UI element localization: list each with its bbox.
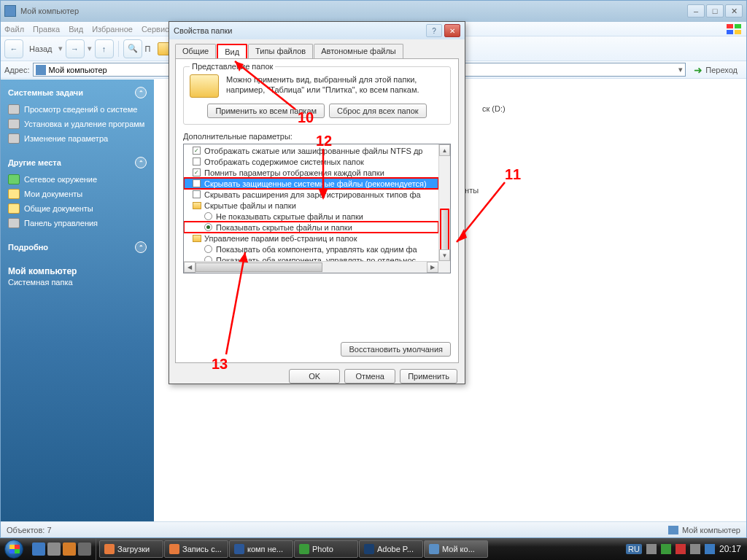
folder-icon — [8, 189, 20, 199]
go-label: Переход — [705, 66, 738, 74]
checkbox-icon[interactable] — [193, 179, 201, 187]
apply-button[interactable]: Применить — [400, 369, 457, 384]
checkbox-icon[interactable] — [193, 190, 201, 198]
list-folder-item[interactable]: Управление парами веб-страниц и папок — [184, 233, 438, 244]
list-item[interactable]: ✓Отображать сжатые или зашифрованные фай… — [184, 145, 438, 156]
quick-launch-ie-icon[interactable] — [32, 542, 45, 556]
clock[interactable]: 20:17 — [719, 544, 741, 554]
menu-favorites[interactable]: Избранное — [92, 25, 133, 34]
address-dropdown[interactable]: ▾ — [678, 65, 683, 74]
sidebar-item-control-panel[interactable]: Панель управления — [8, 218, 147, 228]
computer-icon — [668, 526, 678, 534]
task-button[interactable]: Adobe P... — [359, 540, 423, 558]
firefox-icon — [104, 544, 115, 554]
tray-icon[interactable] — [646, 544, 657, 554]
list-item[interactable]: Отображать содержимое системных папок — [184, 156, 438, 167]
checkbox-icon[interactable]: ✓ — [193, 168, 201, 176]
forward-button[interactable]: → — [66, 39, 85, 58]
folder-views-group: Представление папок Можно применить вид,… — [183, 66, 451, 125]
task-button[interactable]: Запись с... — [164, 540, 228, 558]
sidebar-item-network[interactable]: Сетевое окружение — [8, 174, 147, 184]
horizontal-scrollbar[interactable]: ◀ ▶ — [184, 261, 438, 273]
cancel-button[interactable]: Отмена — [344, 369, 395, 384]
tray-icon[interactable] — [661, 544, 671, 554]
go-button[interactable]: ➜ Переход — [689, 63, 743, 77]
start-button[interactable] — [0, 538, 28, 560]
sidebar-item-add-remove[interactable]: Установка и удаление программ — [8, 119, 147, 129]
tray-icon[interactable] — [705, 544, 715, 554]
radio-icon[interactable] — [204, 223, 212, 231]
radio-icon[interactable] — [204, 256, 212, 261]
menu-view[interactable]: Вид — [69, 25, 83, 34]
task-button[interactable]: Photo — [294, 540, 358, 558]
scroll-down-button[interactable]: ▼ — [439, 249, 450, 261]
scroll-right-button[interactable]: ▶ — [427, 262, 438, 273]
back-button[interactable]: ← — [4, 39, 23, 58]
photo-icon — [299, 544, 309, 554]
checkbox-icon[interactable]: ✓ — [193, 147, 201, 155]
list-folder-item[interactable]: Скрытые файлы и папки — [184, 200, 438, 211]
scroll-thumb[interactable] — [440, 209, 449, 252]
tray-icon[interactable] — [676, 544, 686, 554]
side-panel: Системные задачи⌃ Просмотр сведений о си… — [1, 79, 154, 521]
list-item[interactable]: ✓Помнить параметры отображения каждой па… — [184, 167, 438, 178]
menu-edit[interactable]: Правка — [33, 25, 60, 34]
group-text-2: например, "Таблица" или "Плитка", ко все… — [226, 85, 419, 95]
sidebar-item-my-documents[interactable]: Мои документы — [8, 189, 147, 199]
list-item-show-hidden[interactable]: Показывать скрытые файлы и папки — [184, 222, 438, 233]
drive-item[interactable]: ск (D:) — [482, 104, 506, 113]
tab-view[interactable]: Вид — [217, 44, 247, 58]
restore-defaults-button[interactable]: Восстановить умолчания — [341, 342, 451, 357]
help-button[interactable]: ? — [426, 24, 442, 37]
menu-file[interactable]: Файл — [4, 25, 24, 34]
quick-launch-media-icon[interactable] — [63, 542, 76, 556]
list-item-hide-protected[interactable]: Скрывать защищенные системные файлы (рек… — [184, 178, 438, 189]
checkbox-icon[interactable] — [193, 158, 201, 166]
task-button[interactable]: Мой ко... — [424, 540, 488, 558]
collapse-icon[interactable]: ⌃ — [135, 157, 147, 168]
word-icon — [234, 544, 244, 554]
collapse-icon[interactable]: ⌃ — [135, 87, 147, 98]
list-item[interactable]: Показывать оба компонента, управлять по … — [184, 254, 438, 261]
sidebar-item-shared-documents[interactable]: Общие документы — [8, 203, 147, 214]
titlebar[interactable]: Мой компьютер – □ ✕ — [1, 1, 746, 22]
list-item[interactable]: Показывать оба компонента, управлять как… — [184, 244, 438, 254]
tray-icon[interactable] — [690, 544, 700, 554]
minimize-button[interactable]: – — [687, 4, 705, 18]
status-location: Мой компьютер — [682, 526, 740, 534]
sidebar-item-system-info[interactable]: Просмотр сведений о системе — [8, 104, 147, 114]
search-button[interactable]: 🔍 — [123, 39, 142, 58]
close-button[interactable]: ✕ — [725, 4, 743, 18]
language-indicator[interactable]: RU — [626, 544, 642, 554]
tab-offline-files[interactable]: Автономные файлы — [314, 44, 403, 58]
window-icon — [4, 5, 16, 17]
list-item[interactable]: Скрывать расширения для зарегистрированн… — [184, 189, 438, 200]
scroll-thumb[interactable] — [196, 262, 322, 272]
scroll-up-button[interactable]: ▲ — [439, 144, 450, 156]
task-button[interactable]: комп не... — [229, 540, 293, 558]
up-button[interactable]: ↑ — [95, 39, 114, 58]
radio-icon[interactable] — [204, 245, 212, 253]
side-section-details: Подробно — [8, 243, 48, 252]
tab-general[interactable]: Общие — [175, 44, 216, 58]
scroll-left-button[interactable]: ◀ — [184, 262, 196, 273]
dialog-close-button[interactable]: ✕ — [444, 24, 460, 37]
task-button[interactable]: Загрузки — [99, 540, 163, 558]
quick-launch-icon[interactable] — [78, 542, 91, 556]
collapse-icon[interactable]: ⌃ — [135, 241, 147, 253]
quick-launch-desktop-icon[interactable] — [47, 542, 61, 556]
radio-icon[interactable] — [204, 212, 212, 220]
list-item[interactable]: Не показывать скрытые файлы и папки — [184, 211, 438, 222]
tab-file-types[interactable]: Типы файлов — [248, 44, 313, 58]
sidebar-item-change-setting[interactable]: Изменение параметра — [8, 133, 147, 144]
photoshop-icon — [364, 544, 374, 554]
maximize-button[interactable]: □ — [706, 4, 724, 18]
dialog-titlebar[interactable]: Свойства папки ? ✕ — [169, 22, 465, 39]
svg-rect-3 — [735, 30, 741, 34]
ok-button[interactable]: OK — [289, 369, 340, 384]
vertical-scrollbar[interactable]: ▲ ▼ — [438, 144, 450, 261]
taskbar: Загрузки Запись с... комп не... Photo Ad… — [0, 538, 747, 560]
reset-folders-button[interactable]: Сброс для всех папок — [329, 104, 427, 118]
menu-tools[interactable]: Сервис — [142, 25, 169, 34]
apply-all-folders-button[interactable]: Применить ко всем папкам — [207, 104, 325, 118]
